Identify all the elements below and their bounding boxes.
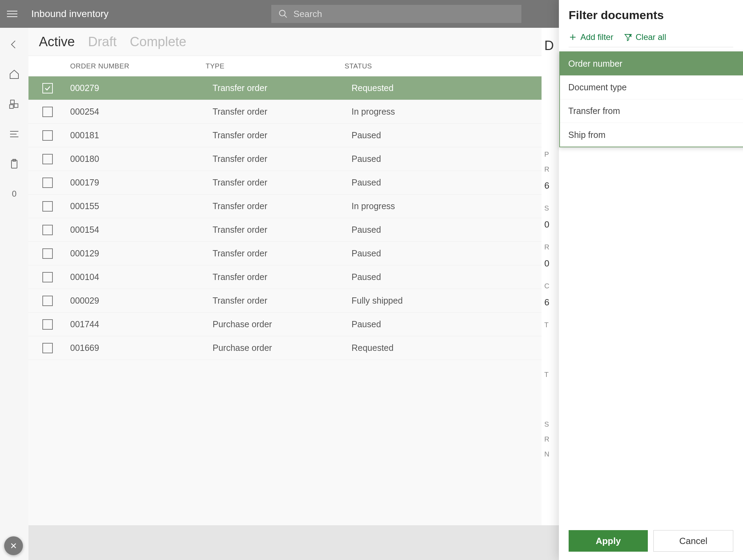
- cell-order-number: 000181: [67, 130, 213, 140]
- th-type[interactable]: TYPE: [206, 62, 345, 70]
- cell-order-number: 000104: [67, 272, 213, 282]
- cell-type: Transfer order: [213, 83, 352, 93]
- cell-type: Transfer order: [213, 178, 352, 188]
- row-checkbox[interactable]: [42, 319, 53, 330]
- row-checkbox[interactable]: [42, 201, 53, 212]
- cell-order-number: 000029: [67, 296, 213, 306]
- add-filter-link[interactable]: Add filter: [569, 32, 613, 42]
- clear-filter-icon: [624, 33, 632, 41]
- svg-line-1: [284, 15, 287, 18]
- cell-type: Transfer order: [213, 272, 352, 282]
- row-checkbox[interactable]: [42, 225, 53, 235]
- cell-type: Transfer order: [213, 201, 352, 211]
- home-icon[interactable]: [8, 68, 20, 81]
- cancel-button[interactable]: Cancel: [653, 530, 733, 552]
- close-icon: [10, 542, 17, 550]
- list-icon[interactable]: [8, 128, 20, 140]
- svg-rect-4: [14, 104, 18, 108]
- cell-type: Transfer order: [213, 248, 352, 258]
- row-checkbox[interactable]: [42, 296, 53, 306]
- page-title: Inbound inventory: [31, 8, 109, 19]
- tab-active[interactable]: Active: [39, 34, 75, 49]
- search-icon: [278, 9, 288, 19]
- details-peek: D PR6S0R0C6TTSRN: [542, 28, 559, 525]
- row-checkbox[interactable]: [42, 130, 53, 141]
- search-input[interactable]: [294, 9, 514, 19]
- cell-order-number: 001744: [67, 319, 213, 329]
- rail-zero[interactable]: 0: [8, 188, 20, 200]
- row-checkbox[interactable]: [42, 272, 53, 282]
- dropdown-item[interactable]: Document type: [560, 76, 743, 99]
- cell-order-number: 000254: [67, 107, 213, 117]
- cell-type: Transfer order: [213, 154, 352, 164]
- cell-order-number: 000154: [67, 225, 213, 235]
- back-icon[interactable]: [8, 38, 20, 51]
- plus-icon: [569, 33, 577, 41]
- hamburger-menu-icon[interactable]: [7, 9, 17, 19]
- cell-type: Purchase order: [213, 319, 352, 329]
- row-checkbox[interactable]: [42, 107, 53, 117]
- clear-all-link[interactable]: Clear all: [624, 32, 666, 42]
- left-nav-rail: 0: [0, 28, 28, 560]
- filter-bottom-buttons: Apply Cancel: [569, 530, 733, 552]
- cell-type: Purchase order: [213, 343, 352, 353]
- filter-field-dropdown: Order numberDocument typeTransfer fromSh…: [559, 51, 743, 147]
- filter-title: Filter documents: [569, 8, 733, 22]
- dropdown-item[interactable]: Order number: [560, 52, 743, 76]
- cell-order-number: 000179: [67, 178, 213, 188]
- row-checkbox[interactable]: [42, 248, 53, 259]
- tab-complete[interactable]: Complete: [130, 34, 187, 49]
- close-circle-button[interactable]: [4, 536, 23, 555]
- svg-rect-5: [10, 105, 14, 108]
- row-checkbox[interactable]: [42, 178, 53, 188]
- svg-rect-3: [10, 100, 14, 104]
- svg-point-0: [279, 10, 285, 16]
- dropdown-item[interactable]: Transfer from: [560, 99, 743, 123]
- cell-type: Transfer order: [213, 225, 352, 235]
- dropdown-item[interactable]: Ship from: [560, 123, 743, 147]
- th-order-number[interactable]: ORDER NUMBER: [60, 62, 206, 70]
- cell-type: Transfer order: [213, 130, 352, 140]
- cell-order-number: 001669: [67, 343, 213, 353]
- cell-order-number: 000129: [67, 248, 213, 258]
- cell-order-number: 000279: [67, 83, 213, 93]
- row-checkbox[interactable]: [42, 154, 53, 164]
- filter-actions: Add filter Clear all: [569, 32, 733, 47]
- cell-order-number: 000155: [67, 201, 213, 211]
- filter-documents-panel: Filter documents Add filter Clear all Or…: [559, 0, 743, 560]
- boxes-icon[interactable]: [8, 98, 20, 110]
- clipboard-icon[interactable]: [8, 158, 20, 170]
- cell-type: Transfer order: [213, 107, 352, 117]
- row-checkbox[interactable]: [42, 343, 53, 353]
- row-checkbox[interactable]: [42, 83, 53, 93]
- tab-draft[interactable]: Draft: [88, 34, 116, 49]
- cell-type: Transfer order: [213, 296, 352, 306]
- cell-order-number: 000180: [67, 154, 213, 164]
- apply-button[interactable]: Apply: [569, 530, 648, 552]
- search-box[interactable]: [271, 5, 521, 23]
